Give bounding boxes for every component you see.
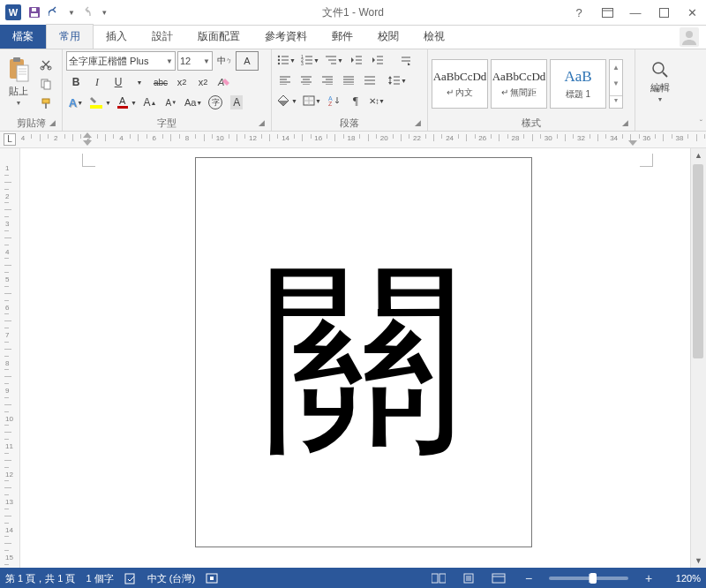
- strike-button[interactable]: abc: [151, 73, 170, 91]
- style-heading1-preview: AaB: [564, 68, 591, 86]
- scroll-down-button[interactable]: ▼: [691, 554, 706, 568]
- status-page[interactable]: 第 1 頁，共 1 頁: [5, 572, 75, 585]
- zoom-slider[interactable]: [549, 577, 628, 580]
- maximize-button[interactable]: [653, 4, 674, 21]
- tab-home[interactable]: 常用: [46, 24, 94, 49]
- svg-rect-20: [90, 105, 102, 109]
- view-read-button[interactable]: [429, 570, 448, 586]
- find-button[interactable]: 編輯 ▼: [642, 51, 678, 111]
- document-canvas[interactable]: 關: [20, 148, 690, 568]
- quick-access-toolbar: W ▼ ▾: [0, 3, 109, 22]
- bold-button[interactable]: B: [66, 73, 86, 91]
- format-painter-button[interactable]: [36, 94, 56, 112]
- underline-button[interactable]: U: [109, 73, 128, 91]
- highlight-button[interactable]: ▼: [87, 94, 113, 111]
- align-distribute-button[interactable]: [360, 72, 379, 89]
- align-center-button[interactable]: [297, 72, 316, 89]
- ltr-button[interactable]: [396, 51, 416, 69]
- show-marks-button[interactable]: ¶: [346, 92, 365, 109]
- align-left-button[interactable]: [275, 72, 295, 89]
- zoom-in-button[interactable]: +: [639, 570, 658, 586]
- redo-button[interactable]: [78, 3, 97, 22]
- style-nospacing[interactable]: AaBbCcDd ↵ 無間距: [491, 59, 547, 109]
- styles-launcher[interactable]: ◢: [622, 118, 633, 129]
- styles-gallery-scroll[interactable]: ▲▼▾: [609, 59, 623, 109]
- user-icon[interactable]: [680, 27, 699, 47]
- app-icon[interactable]: W: [4, 3, 23, 22]
- decrease-indent-button[interactable]: [347, 51, 366, 69]
- asian-layout-button[interactable]: ✕↕▼: [367, 92, 387, 109]
- scroll-thumb[interactable]: [693, 164, 703, 358]
- enclose-char-button[interactable]: 字: [206, 94, 225, 111]
- change-case-button[interactable]: Aa▼: [183, 94, 204, 111]
- scroll-up-button[interactable]: ▲: [691, 148, 706, 162]
- document-page[interactable]: 關: [195, 157, 532, 547]
- tab-mailings[interactable]: 郵件: [319, 25, 365, 49]
- font-size-combo[interactable]: 12▼: [177, 51, 213, 71]
- bullets-button[interactable]: ▼: [275, 51, 297, 69]
- view-web-button[interactable]: [489, 570, 508, 586]
- font-launcher[interactable]: ◢: [259, 118, 269, 129]
- tab-view[interactable]: 檢視: [411, 25, 457, 49]
- tab-references[interactable]: 參考資料: [252, 25, 319, 49]
- status-macro-icon[interactable]: [206, 573, 218, 584]
- align-justify-button[interactable]: [339, 72, 358, 89]
- text-effects-button[interactable]: A▼: [66, 94, 86, 111]
- numbering-button[interactable]: 123▼: [299, 51, 321, 69]
- paragraph-launcher[interactable]: ◢: [415, 118, 425, 129]
- char-shading-button[interactable]: A: [227, 94, 246, 111]
- tab-file[interactable]: 檔案: [0, 25, 46, 49]
- cut-button[interactable]: [36, 56, 56, 73]
- tab-insert[interactable]: 插入: [94, 25, 139, 49]
- group-styles-label: 樣式: [432, 117, 631, 131]
- font-name-combo[interactable]: 全字庫正楷體 Plus▼: [66, 51, 176, 71]
- copy-button[interactable]: [36, 75, 56, 93]
- phonetic-guide-button[interactable]: 中ㄅ: [214, 52, 234, 70]
- work-area: 123456789101112131415 關 ▲ ▼: [0, 148, 706, 568]
- style-heading1[interactable]: AaB 標題 1: [550, 59, 606, 109]
- clipboard-launcher[interactable]: ◢: [49, 118, 60, 129]
- borders-button[interactable]: ▼: [301, 92, 323, 109]
- shading-button[interactable]: ▼: [275, 92, 299, 109]
- save-button[interactable]: [25, 3, 44, 22]
- shrink-font-button[interactable]: A▼: [161, 94, 181, 111]
- multilevel-button[interactable]: ▼: [323, 51, 345, 69]
- ruler-horizontal[interactable]: L 422468101214161820222426283032343638: [0, 132, 706, 148]
- style-normal[interactable]: AaBbCcDd ↵ 內文: [432, 59, 488, 109]
- zoom-knob[interactable]: [590, 573, 597, 584]
- char-border-button[interactable]: A: [236, 51, 259, 71]
- paste-button[interactable]: 貼上 ▼: [4, 51, 34, 111]
- subscript-button[interactable]: x2: [172, 73, 192, 91]
- increase-indent-button[interactable]: [368, 51, 387, 69]
- line-spacing-button[interactable]: ▼: [387, 72, 409, 89]
- qat-customize[interactable]: ▾: [99, 3, 109, 22]
- view-print-button[interactable]: [459, 570, 478, 586]
- tab-stop-selector[interactable]: L: [4, 133, 16, 146]
- font-color-button[interactable]: A▼: [115, 94, 139, 111]
- minimize-button[interactable]: —: [625, 4, 646, 21]
- collapse-ribbon-button[interactable]: ˇ: [700, 119, 702, 129]
- zoom-value[interactable]: 120%: [669, 573, 701, 584]
- superscript-button[interactable]: x2: [193, 73, 213, 91]
- close-button[interactable]: ✕: [681, 4, 702, 21]
- scrollbar-vertical[interactable]: ▲ ▼: [690, 148, 706, 568]
- grow-font-button[interactable]: A▲: [140, 94, 160, 111]
- undo-dropdown[interactable]: ▼: [67, 3, 76, 22]
- zoom-out-button[interactable]: −: [519, 570, 538, 586]
- status-language[interactable]: 中文 (台灣): [147, 572, 195, 585]
- help-button[interactable]: ?: [568, 4, 590, 21]
- clear-format-button[interactable]: A: [214, 73, 234, 91]
- tab-review[interactable]: 校閱: [365, 25, 411, 49]
- tab-design[interactable]: 設計: [139, 25, 185, 49]
- tab-layout[interactable]: 版面配置: [185, 25, 252, 49]
- status-proofing-icon[interactable]: [124, 572, 137, 584]
- status-words[interactable]: 1 個字: [86, 572, 113, 585]
- font-name-value: 全字庫正楷體 Plus: [69, 55, 148, 68]
- sort-button[interactable]: AZ: [325, 92, 344, 109]
- ribbon-display-button[interactable]: [597, 4, 618, 21]
- underline-dropdown[interactable]: ▼: [130, 73, 149, 91]
- undo-button[interactable]: [46, 3, 65, 22]
- align-right-button[interactable]: [318, 72, 337, 89]
- italic-button[interactable]: I: [87, 73, 107, 91]
- ruler-vertical[interactable]: 123456789101112131415: [0, 148, 20, 568]
